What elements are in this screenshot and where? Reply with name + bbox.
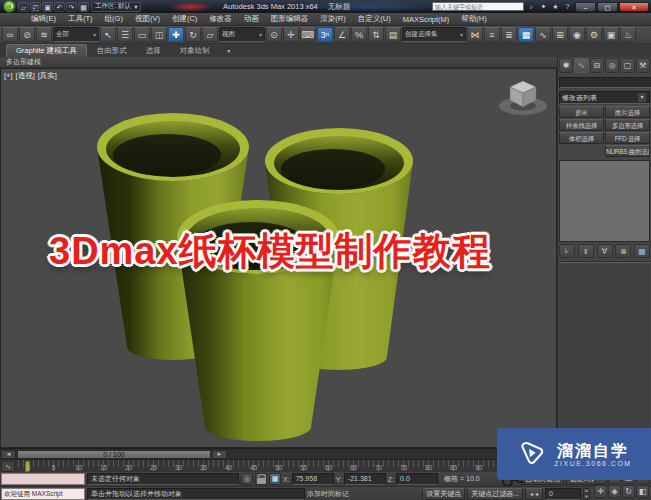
spinner-down-icon[interactable]: ▼ bbox=[583, 494, 590, 499]
pin-stack-icon[interactable]: ⊦ bbox=[559, 244, 575, 258]
modifier-set-button[interactable]: 样条线选择 bbox=[559, 119, 604, 131]
menu-item[interactable]: MAXScript(M) bbox=[398, 15, 455, 24]
z-coordinate-field[interactable]: 0.0 bbox=[396, 473, 438, 485]
modifier-set-button[interactable]: FFD 选择 bbox=[605, 132, 650, 144]
current-frame-field[interactable]: 0 bbox=[545, 488, 581, 500]
modifier-set-button[interactable]: 多边形选择 bbox=[605, 119, 650, 131]
menu-item[interactable]: 组(G) bbox=[100, 14, 128, 24]
ribbon-display-toggle[interactable]: ▾ bbox=[220, 45, 238, 57]
help-icon[interactable]: ? bbox=[562, 2, 573, 12]
save-file-icon[interactable]: ▣ bbox=[42, 2, 53, 12]
undo-icon[interactable]: ↶ bbox=[54, 2, 65, 12]
modify-tab[interactable]: ∿ bbox=[574, 58, 588, 73]
percent-snap-icon[interactable]: % bbox=[351, 27, 367, 42]
project-folder-icon[interactable]: ▦ bbox=[78, 2, 89, 12]
select-and-move-icon[interactable]: ✚ bbox=[168, 27, 184, 42]
previous-frame-button[interactable]: ◄ bbox=[1, 450, 16, 459]
walk-through-icon[interactable]: ↻ bbox=[622, 485, 635, 498]
selection-filter-dropdown[interactable]: 全部 bbox=[53, 27, 99, 42]
select-and-link-icon[interactable]: ∞ bbox=[2, 27, 18, 42]
frame-spinner[interactable]: ▲▼ bbox=[583, 488, 590, 499]
select-object-icon[interactable]: ↖ bbox=[100, 27, 116, 42]
keyboard-override-icon[interactable]: ⌨ bbox=[300, 27, 316, 42]
tab-freeform[interactable]: 自由形式 bbox=[88, 45, 136, 57]
menu-item[interactable]: 修改器 bbox=[204, 14, 237, 24]
maxscript-macro-line[interactable] bbox=[1, 473, 85, 485]
viewport-general-menu[interactable]: [+] bbox=[4, 71, 13, 81]
set-key-button[interactable]: 设置关键点 bbox=[422, 488, 465, 500]
ribbon-toggle-icon[interactable]: ▦ bbox=[518, 27, 534, 42]
motion-tab[interactable]: ◎ bbox=[605, 58, 619, 73]
select-and-manipulate-icon[interactable]: ✛ bbox=[283, 27, 299, 42]
make-unique-icon[interactable]: ∀ bbox=[597, 244, 613, 258]
spinner-snap-icon[interactable]: ⇅ bbox=[368, 27, 384, 42]
schematic-view-icon[interactable]: ⊞ bbox=[552, 27, 568, 42]
show-end-result-icon[interactable]: ‖ bbox=[578, 244, 594, 258]
maximize-viewport-icon[interactable]: ◧ bbox=[636, 485, 649, 498]
selection-lock-icon[interactable] bbox=[255, 473, 267, 485]
new-scene-icon[interactable]: ▱ bbox=[18, 2, 29, 12]
tab-selection[interactable]: 选择 bbox=[137, 45, 170, 57]
remove-modifier-icon[interactable]: ⊗ bbox=[615, 244, 631, 258]
material-editor-icon[interactable]: ◉ bbox=[569, 27, 585, 42]
tab-graphite[interactable]: Graphite 建模工具 bbox=[6, 44, 87, 57]
polygon-modeling-panel-label[interactable]: 多边形建模 bbox=[6, 57, 41, 67]
snap-3d-icon[interactable]: 3ⁿ bbox=[317, 27, 333, 42]
key-filters-button[interactable]: 关键点过滤器... bbox=[467, 488, 523, 500]
modifier-set-button[interactable]: 体积选择 bbox=[559, 132, 604, 144]
maxscript-mini-listener[interactable]: 欢迎使用 MAXScript bbox=[1, 488, 85, 500]
named-sets-edit-icon[interactable]: ▤ bbox=[385, 27, 401, 42]
menu-item[interactable]: 动画 bbox=[239, 14, 264, 24]
sign-in-icon[interactable]: ✦ bbox=[538, 2, 549, 12]
modifier-stack[interactable] bbox=[559, 160, 650, 242]
menu-item[interactable]: 帮助(H) bbox=[456, 14, 491, 24]
search-icon[interactable]: ⌕ bbox=[526, 2, 537, 12]
orbit-icon[interactable]: ◈ bbox=[608, 485, 621, 498]
spinner-up-icon[interactable]: ▲ bbox=[583, 488, 590, 493]
menu-item[interactable]: 工具(T) bbox=[63, 14, 98, 24]
curve-editor-icon[interactable]: ∿ bbox=[535, 27, 551, 42]
create-tab[interactable]: ✱ bbox=[559, 58, 573, 73]
workspace-dropdown[interactable]: 工作区: 默认 ▾ bbox=[91, 2, 141, 12]
menu-item[interactable]: 视图(V) bbox=[130, 14, 165, 24]
render-setup-icon[interactable]: ⚙ bbox=[586, 27, 602, 42]
align-icon[interactable]: ≡ bbox=[484, 27, 500, 42]
menu-item[interactable]: 编辑(E) bbox=[26, 14, 61, 24]
modifier-set-button[interactable]: 挤出 bbox=[559, 106, 604, 118]
utilities-tab[interactable]: ⚒ bbox=[636, 58, 650, 73]
menu-item[interactable]: 创建(C) bbox=[167, 14, 202, 24]
select-and-scale-icon[interactable]: ▱ bbox=[202, 27, 218, 42]
pan-icon[interactable]: ✛ bbox=[594, 485, 607, 498]
y-coordinate-field[interactable]: -21.381 bbox=[344, 473, 386, 485]
display-tab[interactable]: ▢ bbox=[620, 58, 634, 73]
minimize-button[interactable]: – bbox=[575, 2, 596, 12]
menu-item[interactable]: 自定义(U) bbox=[353, 14, 396, 24]
object-name-field[interactable] bbox=[559, 77, 651, 88]
configure-modifier-sets-icon[interactable]: ▦ bbox=[634, 244, 650, 258]
open-file-icon[interactable]: ◰ bbox=[30, 2, 41, 12]
unlink-selection-icon[interactable]: ⊘ bbox=[19, 27, 35, 42]
perspective-viewport[interactable]: [+] [透视] [真实] bbox=[0, 68, 557, 448]
3ds-max-logo-icon[interactable] bbox=[2, 0, 16, 13]
render-icon[interactable]: ♨ bbox=[620, 27, 636, 42]
window-crossing-icon[interactable]: ◫ bbox=[151, 27, 167, 42]
named-sets-dropdown[interactable]: 创建选择集 bbox=[402, 27, 466, 42]
time-slider-handle[interactable]: 0 / 100 bbox=[17, 450, 211, 459]
menu-item[interactable]: 图形编辑器 bbox=[266, 14, 314, 24]
select-by-name-icon[interactable]: ☰ bbox=[117, 27, 133, 42]
favorites-icon[interactable]: ★ bbox=[550, 2, 561, 12]
use-pivot-center-icon[interactable]: ⊙ bbox=[266, 27, 282, 42]
go-to-start-button[interactable]: ◄◄ bbox=[525, 488, 543, 500]
tab-object-paint[interactable]: 对象绘制 bbox=[171, 45, 219, 57]
rendered-frame-icon[interactable]: ▣ bbox=[603, 27, 619, 42]
angle-snap-icon[interactable]: ∠ bbox=[334, 27, 350, 42]
add-time-tag[interactable]: 添加时间标记 bbox=[307, 489, 349, 499]
layer-manager-icon[interactable]: ≣ bbox=[501, 27, 517, 42]
modifier-list-dropdown[interactable]: 修改器列表 ▾ bbox=[559, 91, 650, 104]
redo-icon[interactable]: ↷ bbox=[66, 2, 77, 12]
next-frame-button[interactable]: ► bbox=[212, 450, 227, 459]
selection-region-icon[interactable]: ▭ bbox=[134, 27, 150, 42]
bind-to-space-warp-icon[interactable]: ≋ bbox=[36, 27, 52, 42]
mirror-icon[interactable]: ⋈ bbox=[467, 27, 483, 42]
close-button[interactable]: ✕ bbox=[619, 2, 649, 12]
